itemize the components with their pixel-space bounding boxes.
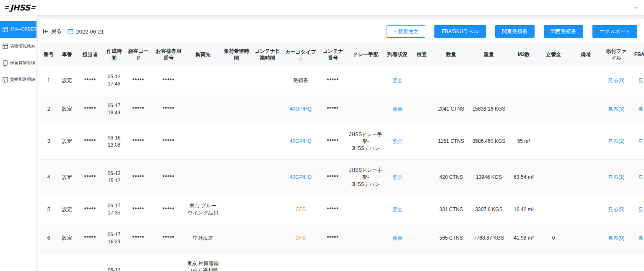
table-row: 4 設定 ***** 06-13 15:12 ***** ***** 40GP/… bbox=[40, 159, 644, 195]
attachments-link[interactable]: 見る(2) bbox=[608, 138, 625, 144]
cell-pickup-time bbox=[221, 159, 252, 195]
column-header-label: FBA/SK bbox=[634, 52, 644, 57]
date-picker[interactable]: 2022-06-21 bbox=[68, 28, 104, 35]
column-header: お客様専用番号 bbox=[152, 43, 185, 66]
attachments-link[interactable]: 見る(0) bbox=[608, 235, 625, 241]
back-button[interactable]: 戻る bbox=[43, 28, 62, 35]
attachments-link[interactable]: 見る(3) bbox=[608, 106, 625, 112]
column-header: 立替金 bbox=[539, 43, 568, 66]
column-header-label: お客様専用番号 bbox=[156, 48, 181, 61]
column-header-label: コンテナ作業時間 bbox=[254, 48, 280, 61]
cell-container-work-time bbox=[252, 253, 283, 271]
kanto-receipt-button[interactable]: 関東受領書 bbox=[495, 25, 535, 38]
cell-customer-code: ***** bbox=[125, 124, 152, 159]
order-icon bbox=[3, 27, 8, 32]
fba-sku-link[interactable]: 見る bbox=[639, 174, 644, 180]
cargo-type-value[interactable]: 受領書 bbox=[293, 77, 308, 83]
plus-icon: + bbox=[394, 28, 397, 34]
cell-pickup-time bbox=[221, 195, 252, 224]
fba-sku-link[interactable]: 見る bbox=[639, 77, 644, 83]
cargo-info-search-icon bbox=[3, 44, 8, 49]
fba-sku-link[interactable]: 見る bbox=[639, 235, 644, 241]
cell-inspection bbox=[411, 95, 433, 124]
cell-created-time: 06-17 16:23 bbox=[103, 224, 125, 253]
arrival-status-link[interactable]: 照会 bbox=[392, 138, 402, 144]
column-header: 担当者 bbox=[77, 43, 103, 66]
fba-sku-label-button[interactable]: FBA/SKUラベル bbox=[434, 25, 486, 38]
arrival-status-link[interactable]: 照会 bbox=[392, 174, 402, 180]
order-card: 戻る 2022-06-21 + 新規注文 FBA/SKUラベル 関東受領書 関西… bbox=[38, 19, 644, 271]
cell-row-number: 5 bbox=[40, 195, 57, 224]
column-header: ドレー手配 bbox=[347, 43, 384, 66]
logo-text: JHSS bbox=[10, 3, 30, 12]
cell-quantity: 2041 CTNS bbox=[433, 95, 470, 124]
cargo-type-value[interactable]: 40GP/HQ bbox=[290, 174, 312, 180]
cell-container-work-time bbox=[252, 66, 283, 95]
sort-icon[interactable] bbox=[284, 57, 317, 61]
cell-vehicle-setting: 設定 bbox=[57, 253, 77, 271]
cell-inspection bbox=[411, 195, 433, 224]
export-button[interactable]: エクスポート bbox=[592, 25, 637, 38]
cell-container-number: ***** bbox=[319, 159, 347, 195]
cell-remarks bbox=[568, 224, 604, 253]
cell-vehicle-setting: 設定 bbox=[57, 224, 77, 253]
cell-pickup-location bbox=[185, 159, 221, 195]
cargo-type-value[interactable]: CFS bbox=[296, 206, 306, 212]
cell-cargo-type: CFS bbox=[283, 195, 319, 224]
fba-sku-link[interactable]: 見る bbox=[639, 106, 644, 112]
cargo-type-value[interactable]: 40GP/HQ bbox=[290, 106, 312, 112]
attachments-link[interactable]: 見る(0) bbox=[608, 77, 625, 83]
sidebar-item-cargo-info-search[interactable]: 貨物情報検索 bbox=[0, 38, 36, 54]
cell-advance-payment bbox=[539, 124, 568, 159]
cell-m3: 63.54 m³ bbox=[508, 159, 539, 195]
fba-sku-link[interactable]: 見る bbox=[639, 138, 644, 144]
cell-created-time: 06-17 17:35 bbox=[103, 195, 125, 224]
cell-row-number: 3 bbox=[40, 124, 57, 159]
new-order-button[interactable]: + 新規注文 bbox=[387, 25, 425, 38]
cell-dray-arrangement: JHSSドレー手配- JHSSデバン bbox=[347, 159, 384, 195]
sidebar-item-cargo-delivery-detail[interactable]: 貨物配送明細 bbox=[0, 71, 36, 88]
column-header: 車番 bbox=[57, 43, 77, 66]
table-row: 3 設定 ***** 06-16 13:08 ***** ***** 40GP/… bbox=[40, 124, 644, 159]
column-header-label: M3数 bbox=[518, 52, 530, 57]
arrival-status-link[interactable]: 照会 bbox=[392, 206, 402, 212]
column-header: M3数 bbox=[508, 43, 539, 66]
cell-inspection bbox=[411, 124, 433, 159]
cell-remarks bbox=[568, 159, 604, 195]
cell-fba-sku: 見る bbox=[629, 159, 644, 195]
cell-m3 bbox=[508, 95, 539, 124]
cell-cargo-type: CFS bbox=[283, 253, 319, 271]
cell-quantity: 565 CTNS bbox=[433, 224, 470, 253]
kansai-receipt-button[interactable]: 関西受領書 bbox=[544, 25, 583, 38]
cell-dray-arrangement bbox=[347, 195, 384, 224]
attachments-link[interactable]: 見る(1) bbox=[608, 174, 625, 180]
column-header[interactable]: カーゴタイプ bbox=[283, 43, 319, 66]
arrival-status-link[interactable]: 照会 bbox=[392, 77, 402, 83]
cell-vehicle-setting: 設定 bbox=[57, 195, 77, 224]
cargo-type-value[interactable]: 40GP/HQ bbox=[290, 138, 312, 144]
cell-created-time: 06-17 12:18 bbox=[103, 253, 125, 271]
chevron-down-icon[interactable] bbox=[633, 5, 638, 10]
cell-inspection bbox=[411, 253, 433, 271]
fba-sku-link[interactable]: 見る bbox=[639, 206, 644, 212]
arrival-status-link[interactable]: 照会 bbox=[392, 106, 402, 112]
cell-arrival-status: 照会 bbox=[384, 195, 411, 224]
column-header-label: 添付ファイル bbox=[606, 48, 627, 61]
cell-fba-sku: 見る bbox=[629, 66, 644, 95]
cell-pickup-time bbox=[221, 224, 252, 253]
column-header-label: 集荷希望時間 bbox=[224, 48, 249, 61]
hold-cargo-manage-icon bbox=[3, 60, 8, 66]
cell-fba-sku: 見る bbox=[629, 253, 644, 271]
table-row: 1 設定 ***** 05-12 17:46 ***** ***** 受領書 *… bbox=[40, 66, 644, 95]
sidebar-item-order[interactable]: 発注--ORDER bbox=[0, 21, 36, 38]
table-row: 7 設定 ***** 06-17 12:18 ***** ***** 東京 神興… bbox=[40, 253, 644, 271]
cell-row-number: 7 bbox=[40, 253, 57, 271]
cell-dray-arrangement bbox=[347, 224, 384, 253]
arrival-status-link[interactable]: 照会 bbox=[392, 235, 402, 241]
cargo-type-value[interactable]: CFS bbox=[296, 235, 306, 241]
cell-created-time: 06-16 13:08 bbox=[103, 124, 125, 159]
sidebar-item-hold-cargo-manage[interactable]: 保留貨物管理 bbox=[0, 54, 36, 71]
cell-container-number: ***** bbox=[319, 95, 347, 124]
attachments-link[interactable]: 見る(5) bbox=[608, 206, 625, 212]
cell-m3: 55 m³ bbox=[508, 124, 539, 159]
